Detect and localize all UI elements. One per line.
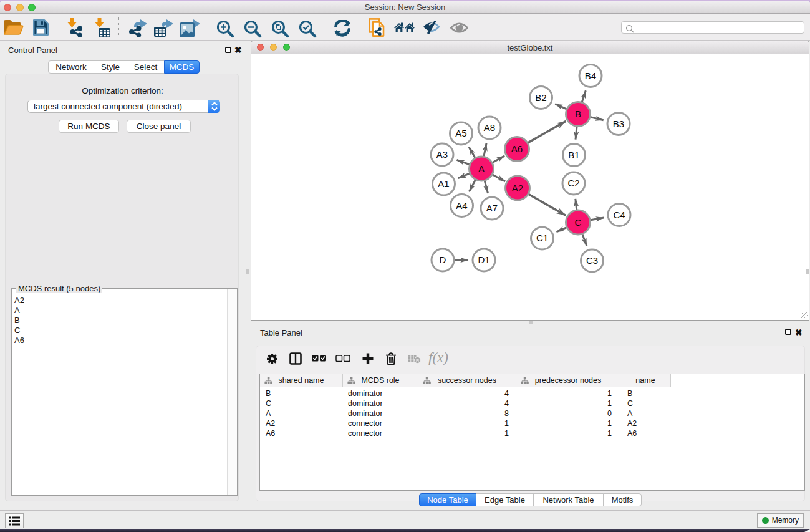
svg-text:C4: C4 (613, 210, 625, 220)
svg-text:D: D (440, 254, 446, 265)
svg-text:A: A (478, 163, 485, 174)
svg-text:C: C (575, 217, 582, 228)
svg-text:B4: B4 (585, 70, 596, 81)
svg-text:A2: A2 (512, 183, 523, 193)
svg-text:A7: A7 (486, 203, 498, 213)
svg-text:A3: A3 (436, 149, 448, 160)
svg-text:C1: C1 (536, 233, 548, 243)
svg-text:B3: B3 (613, 118, 624, 129)
svg-text:A1: A1 (438, 178, 449, 189)
svg-text:B: B (575, 109, 581, 119)
svg-text:C2: C2 (567, 178, 579, 188)
svg-text:A5: A5 (455, 128, 466, 138)
svg-text:A4: A4 (456, 200, 467, 211)
svg-text:B1: B1 (568, 150, 579, 160)
svg-text:A8: A8 (484, 122, 495, 133)
svg-text:A6: A6 (511, 143, 523, 154)
svg-text:D1: D1 (478, 254, 489, 265)
svg-text:C3: C3 (586, 255, 598, 266)
svg-text:B2: B2 (535, 92, 546, 103)
